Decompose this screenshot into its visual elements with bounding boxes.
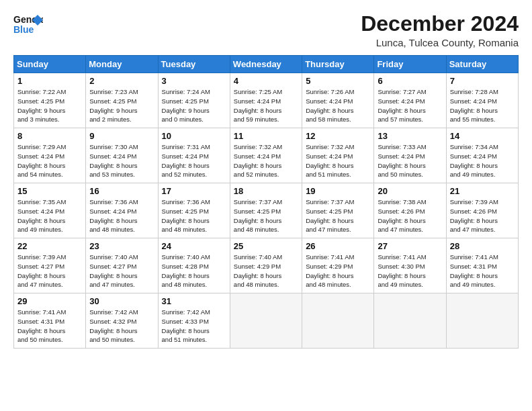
day-info: Sunrise: 7:40 AM Sunset: 4:28 PM Dayligh… — [162, 253, 226, 289]
day-number: 5 — [306, 76, 370, 86]
day-number: 6 — [378, 76, 442, 86]
calendar-cell: 22Sunrise: 7:39 AM Sunset: 4:27 PM Dayli… — [14, 238, 86, 293]
day-number: 12 — [306, 131, 370, 141]
calendar-cell: 15Sunrise: 7:35 AM Sunset: 4:24 PM Dayli… — [14, 183, 86, 238]
calendar-cell: 16Sunrise: 7:36 AM Sunset: 4:24 PM Dayli… — [86, 183, 158, 238]
day-number: 8 — [17, 131, 82, 141]
day-number: 24 — [162, 241, 226, 251]
calendar-cell: 1Sunrise: 7:22 AM Sunset: 4:25 PM Daylig… — [14, 73, 86, 128]
day-number: 19 — [306, 186, 370, 196]
calendar-row-4: 22Sunrise: 7:39 AM Sunset: 4:27 PM Dayli… — [14, 238, 519, 293]
day-info: Sunrise: 7:41 AM Sunset: 4:29 PM Dayligh… — [306, 253, 370, 289]
weekday-header-sunday: Sunday — [14, 56, 86, 73]
weekday-header-tuesday: Tuesday — [158, 56, 230, 73]
calendar-cell: 17Sunrise: 7:36 AM Sunset: 4:25 PM Dayli… — [158, 183, 230, 238]
calendar-table: SundayMondayTuesdayWednesdayThursdayFrid… — [13, 55, 519, 349]
day-info: Sunrise: 7:28 AM Sunset: 4:24 PM Dayligh… — [450, 87, 515, 124]
calendar-row-3: 15Sunrise: 7:35 AM Sunset: 4:24 PM Dayli… — [14, 183, 519, 238]
calendar-cell: 25Sunrise: 7:40 AM Sunset: 4:29 PM Dayli… — [230, 238, 302, 293]
calendar-cell: 18Sunrise: 7:37 AM Sunset: 4:25 PM Dayli… — [230, 183, 302, 238]
calendar-cell: 26Sunrise: 7:41 AM Sunset: 4:29 PM Dayli… — [302, 238, 374, 293]
day-number: 3 — [162, 76, 226, 86]
day-info: Sunrise: 7:23 AM Sunset: 4:25 PM Dayligh… — [89, 87, 154, 124]
day-number: 18 — [234, 186, 298, 196]
day-number: 2 — [89, 76, 154, 86]
calendar-cell — [446, 293, 518, 349]
day-number: 23 — [89, 241, 154, 251]
calendar-cell: 5Sunrise: 7:26 AM Sunset: 4:24 PM Daylig… — [302, 73, 374, 128]
day-info: Sunrise: 7:37 AM Sunset: 4:25 PM Dayligh… — [234, 197, 298, 234]
calendar-cell: 21Sunrise: 7:39 AM Sunset: 4:26 PM Dayli… — [446, 183, 518, 238]
calendar-row-1: 1Sunrise: 7:22 AM Sunset: 4:25 PM Daylig… — [14, 73, 519, 128]
day-number: 4 — [234, 76, 298, 86]
day-number: 26 — [306, 241, 370, 251]
weekday-header-friday: Friday — [374, 56, 446, 73]
day-info: Sunrise: 7:36 AM Sunset: 4:25 PM Dayligh… — [162, 197, 226, 234]
day-info: Sunrise: 7:41 AM Sunset: 4:31 PM Dayligh… — [450, 253, 515, 289]
calendar-cell: 13Sunrise: 7:33 AM Sunset: 4:24 PM Dayli… — [374, 128, 446, 183]
calendar-cell — [302, 293, 374, 349]
day-info: Sunrise: 7:37 AM Sunset: 4:25 PM Dayligh… — [306, 197, 370, 234]
calendar-cell: 23Sunrise: 7:40 AM Sunset: 4:27 PM Dayli… — [86, 238, 158, 293]
calendar-cell: 30Sunrise: 7:42 AM Sunset: 4:32 PM Dayli… — [86, 293, 158, 349]
weekday-header-monday: Monday — [86, 56, 158, 73]
calendar-cell: 28Sunrise: 7:41 AM Sunset: 4:31 PM Dayli… — [446, 238, 518, 293]
calendar-cell: 20Sunrise: 7:38 AM Sunset: 4:26 PM Dayli… — [374, 183, 446, 238]
calendar-cell — [230, 293, 302, 349]
day-info: Sunrise: 7:31 AM Sunset: 4:24 PM Dayligh… — [162, 142, 226, 179]
logo-svg: General Blue — [13, 12, 43, 36]
day-number: 21 — [450, 186, 515, 196]
page: General Blue December 2024 Lunca, Tulcea… — [0, 0, 532, 411]
day-info: Sunrise: 7:42 AM Sunset: 4:33 PM Dayligh… — [162, 308, 226, 345]
calendar-cell: 9Sunrise: 7:30 AM Sunset: 4:24 PM Daylig… — [86, 128, 158, 183]
weekday-header-wednesday: Wednesday — [230, 56, 302, 73]
weekday-header-row: SundayMondayTuesdayWednesdayThursdayFrid… — [14, 56, 519, 73]
day-number: 28 — [450, 241, 515, 251]
day-number: 14 — [450, 131, 515, 141]
calendar-cell: 3Sunrise: 7:24 AM Sunset: 4:25 PM Daylig… — [158, 73, 230, 128]
calendar-cell: 4Sunrise: 7:25 AM Sunset: 4:24 PM Daylig… — [230, 73, 302, 128]
calendar-cell: 6Sunrise: 7:27 AM Sunset: 4:24 PM Daylig… — [374, 73, 446, 128]
calendar-cell: 12Sunrise: 7:32 AM Sunset: 4:24 PM Dayli… — [302, 128, 374, 183]
weekday-header-saturday: Saturday — [446, 56, 518, 73]
day-info: Sunrise: 7:40 AM Sunset: 4:27 PM Dayligh… — [89, 253, 154, 289]
day-number: 27 — [378, 241, 442, 251]
calendar-cell: 31Sunrise: 7:42 AM Sunset: 4:33 PM Dayli… — [158, 293, 230, 349]
day-info: Sunrise: 7:27 AM Sunset: 4:24 PM Dayligh… — [378, 87, 442, 124]
day-number: 11 — [234, 131, 298, 141]
day-info: Sunrise: 7:40 AM Sunset: 4:29 PM Dayligh… — [234, 253, 298, 289]
calendar-cell: 14Sunrise: 7:34 AM Sunset: 4:24 PM Dayli… — [446, 128, 518, 183]
day-info: Sunrise: 7:29 AM Sunset: 4:24 PM Dayligh… — [17, 142, 82, 179]
calendar-cell: 24Sunrise: 7:40 AM Sunset: 4:28 PM Dayli… — [158, 238, 230, 293]
day-number: 16 — [89, 186, 154, 196]
weekday-header-thursday: Thursday — [302, 56, 374, 73]
day-number: 10 — [162, 131, 226, 141]
sub-title: Lunca, Tulcea County, Romania — [361, 37, 519, 48]
day-number: 22 — [17, 241, 82, 251]
calendar-cell: 7Sunrise: 7:28 AM Sunset: 4:24 PM Daylig… — [446, 73, 518, 128]
day-info: Sunrise: 7:26 AM Sunset: 4:24 PM Dayligh… — [306, 87, 370, 124]
calendar-row-2: 8Sunrise: 7:29 AM Sunset: 4:24 PM Daylig… — [14, 128, 519, 183]
calendar-cell: 19Sunrise: 7:37 AM Sunset: 4:25 PM Dayli… — [302, 183, 374, 238]
day-info: Sunrise: 7:35 AM Sunset: 4:24 PM Dayligh… — [17, 197, 82, 234]
day-number: 9 — [89, 131, 154, 141]
calendar-cell: 27Sunrise: 7:41 AM Sunset: 4:30 PM Dayli… — [374, 238, 446, 293]
day-number: 1 — [17, 76, 82, 86]
day-number: 17 — [162, 186, 226, 196]
day-number: 31 — [162, 296, 226, 306]
day-info: Sunrise: 7:24 AM Sunset: 4:25 PM Dayligh… — [162, 87, 226, 124]
calendar-cell: 2Sunrise: 7:23 AM Sunset: 4:25 PM Daylig… — [86, 73, 158, 128]
day-info: Sunrise: 7:41 AM Sunset: 4:31 PM Dayligh… — [17, 308, 82, 345]
day-info: Sunrise: 7:22 AM Sunset: 4:25 PM Dayligh… — [17, 87, 82, 124]
day-info: Sunrise: 7:25 AM Sunset: 4:24 PM Dayligh… — [234, 87, 298, 124]
day-info: Sunrise: 7:42 AM Sunset: 4:32 PM Dayligh… — [89, 308, 154, 345]
day-number: 25 — [234, 241, 298, 251]
day-number: 7 — [450, 76, 515, 86]
day-number: 30 — [89, 296, 154, 306]
svg-text:Blue: Blue — [13, 24, 34, 35]
day-info: Sunrise: 7:39 AM Sunset: 4:26 PM Dayligh… — [450, 197, 515, 234]
day-info: Sunrise: 7:30 AM Sunset: 4:24 PM Dayligh… — [89, 142, 154, 179]
day-info: Sunrise: 7:32 AM Sunset: 4:24 PM Dayligh… — [306, 142, 370, 179]
day-number: 20 — [378, 186, 442, 196]
calendar-cell: 29Sunrise: 7:41 AM Sunset: 4:31 PM Dayli… — [14, 293, 86, 349]
